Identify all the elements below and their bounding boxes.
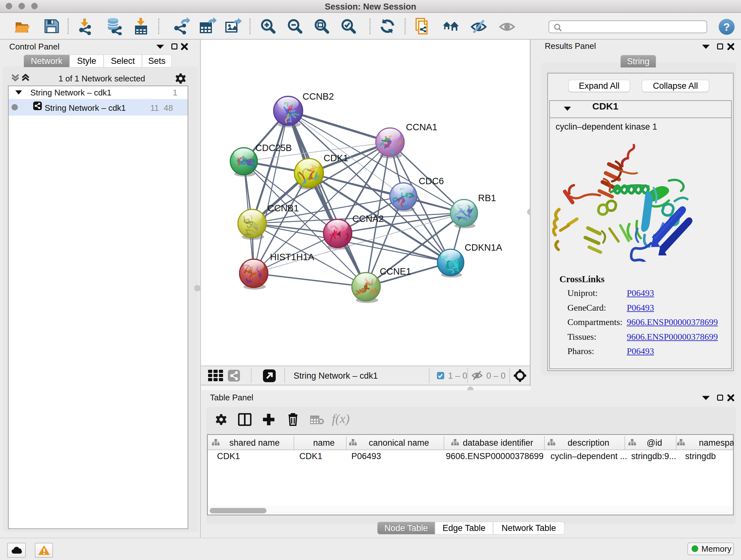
svg-text:CCNA1: CCNA1 xyxy=(406,122,437,132)
svg-text:HIST1H1A: HIST1H1A xyxy=(270,252,314,262)
svg-text:CDC6: CDC6 xyxy=(419,176,444,186)
svg-text:RB1: RB1 xyxy=(478,193,496,203)
svg-text:CCNB1: CCNB1 xyxy=(267,203,299,213)
svg-text:CDKN1A: CDKN1A xyxy=(465,242,502,253)
svg-text:CCNE1: CCNE1 xyxy=(380,266,411,276)
svg-text:CCNA2: CCNA2 xyxy=(352,213,384,224)
svg-text:CDK1: CDK1 xyxy=(324,153,348,163)
svg-text:CCNB2: CCNB2 xyxy=(302,91,334,102)
svg-text:CDC25B: CDC25B xyxy=(255,143,292,153)
